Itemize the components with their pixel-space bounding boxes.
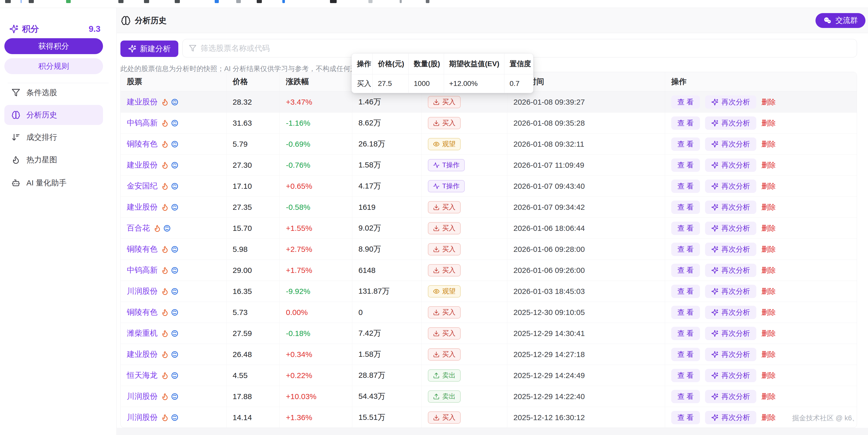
delete-button[interactable]: 删除 bbox=[762, 265, 776, 275]
reanalyze-button[interactable]: 再次分析 bbox=[705, 138, 756, 151]
stock-app-link-icon[interactable] bbox=[171, 372, 179, 379]
view-button[interactable]: 查 看 bbox=[671, 222, 700, 235]
reanalyze-button[interactable]: 再次分析 bbox=[705, 179, 756, 193]
sidebar-item-stock-screener[interactable]: 条件选股 bbox=[4, 83, 103, 102]
delete-button[interactable]: 删除 bbox=[762, 202, 776, 212]
reanalyze-button[interactable]: 再次分析 bbox=[705, 390, 756, 403]
reanalyze-button[interactable]: 再次分析 bbox=[705, 158, 756, 172]
stock-app-flame-icon[interactable] bbox=[161, 119, 169, 127]
stock-app-flame-icon[interactable] bbox=[161, 161, 169, 169]
stock-app-link-icon[interactable] bbox=[171, 329, 179, 337]
stock-app-flame-icon[interactable] bbox=[161, 182, 169, 190]
stock-app-link-icon[interactable] bbox=[171, 203, 179, 211]
stock-app-link-icon[interactable] bbox=[171, 245, 179, 253]
delete-button[interactable]: 删除 bbox=[762, 160, 776, 170]
stock-name-link[interactable]: 百合花 bbox=[127, 223, 150, 233]
stock-name-link[interactable]: 中钨高新 bbox=[127, 265, 158, 276]
stock-app-link-icon[interactable] bbox=[171, 182, 179, 190]
stock-name-link[interactable]: 建业股份 bbox=[127, 202, 158, 212]
stock-name-link[interactable]: 潍柴重机 bbox=[127, 328, 158, 339]
stock-app-link-icon[interactable] bbox=[171, 351, 179, 358]
new-analysis-button[interactable]: 新建分析 bbox=[120, 40, 178, 57]
stock-app-flame-icon[interactable] bbox=[161, 203, 169, 211]
stock-app-link-icon[interactable] bbox=[171, 414, 179, 422]
view-button[interactable]: 查 看 bbox=[671, 264, 700, 277]
delete-button[interactable]: 删除 bbox=[762, 97, 776, 107]
view-button[interactable]: 查 看 bbox=[671, 158, 700, 172]
reanalyze-button[interactable]: 再次分析 bbox=[705, 327, 756, 340]
stock-app-link-icon[interactable] bbox=[171, 98, 179, 106]
reanalyze-button[interactable]: 再次分析 bbox=[705, 243, 756, 256]
view-button[interactable]: 查 看 bbox=[671, 243, 700, 256]
earn-points-button[interactable]: 获得积分 bbox=[4, 38, 103, 54]
stock-name-link[interactable]: 铜陵有色 bbox=[127, 139, 158, 149]
view-button[interactable]: 查 看 bbox=[671, 138, 700, 151]
stock-app-link-icon[interactable] bbox=[171, 140, 179, 148]
stock-app-link-icon[interactable] bbox=[171, 119, 179, 127]
delete-button[interactable]: 删除 bbox=[762, 223, 776, 233]
view-button[interactable]: 查 看 bbox=[671, 95, 700, 109]
reanalyze-button[interactable]: 再次分析 bbox=[705, 264, 756, 277]
reanalyze-button[interactable]: 再次分析 bbox=[705, 95, 756, 109]
stock-app-link-icon[interactable] bbox=[171, 393, 179, 400]
view-button[interactable]: 查 看 bbox=[671, 179, 700, 193]
view-button[interactable]: 查 看 bbox=[671, 201, 700, 214]
stock-app-flame-icon[interactable] bbox=[161, 245, 169, 253]
chat-group-button[interactable]: 交流群 bbox=[815, 13, 865, 28]
stock-name-link[interactable]: 建业股份 bbox=[127, 160, 158, 170]
delete-button[interactable]: 删除 bbox=[762, 181, 776, 191]
view-button[interactable]: 查 看 bbox=[671, 327, 700, 340]
delete-button[interactable]: 删除 bbox=[762, 350, 776, 359]
stock-name-link[interactable]: 恒天海龙 bbox=[127, 370, 158, 381]
delete-button[interactable]: 删除 bbox=[762, 308, 776, 317]
stock-name-link[interactable]: 川润股份 bbox=[127, 286, 158, 296]
stock-app-flame-icon[interactable] bbox=[161, 329, 169, 337]
stock-name-link[interactable]: 建业股份 bbox=[127, 349, 158, 359]
reanalyze-button[interactable]: 再次分析 bbox=[705, 411, 756, 424]
stock-name-link[interactable]: 川润股份 bbox=[127, 412, 158, 423]
reanalyze-button[interactable]: 再次分析 bbox=[705, 222, 756, 235]
delete-button[interactable]: 删除 bbox=[762, 413, 776, 423]
reanalyze-button[interactable]: 再次分析 bbox=[705, 306, 756, 319]
view-button[interactable]: 查 看 bbox=[671, 348, 700, 361]
stock-app-flame-icon[interactable] bbox=[161, 393, 169, 400]
stock-name-link[interactable]: 铜陵有色 bbox=[127, 307, 158, 318]
stock-app-flame-icon[interactable] bbox=[161, 266, 169, 274]
stock-app-flame-icon[interactable] bbox=[161, 414, 169, 422]
sidebar-item-heat-map[interactable]: 热力星图 bbox=[4, 150, 103, 169]
stock-name-link[interactable]: 铜陵有色 bbox=[127, 244, 158, 255]
view-button[interactable]: 查 看 bbox=[671, 306, 700, 319]
stock-app-link-icon[interactable] bbox=[171, 288, 179, 295]
stock-app-flame-icon[interactable] bbox=[161, 140, 169, 148]
stock-app-flame-icon[interactable] bbox=[153, 225, 161, 232]
reanalyze-button[interactable]: 再次分析 bbox=[705, 285, 756, 298]
points-rules-button[interactable]: 积分规则 bbox=[4, 58, 103, 74]
stock-app-flame-icon[interactable] bbox=[161, 288, 169, 295]
view-button[interactable]: 查 看 bbox=[671, 285, 700, 298]
sidebar-item-ai-quant-assistant[interactable]: AI 量化助手 bbox=[4, 174, 103, 192]
view-button[interactable]: 查 看 bbox=[671, 411, 700, 424]
sidebar-item-analysis-history[interactable]: 分析历史 bbox=[4, 105, 103, 125]
delete-button[interactable]: 删除 bbox=[762, 392, 776, 401]
stock-app-flame-icon[interactable] bbox=[161, 372, 169, 379]
stock-app-flame-icon[interactable] bbox=[161, 351, 169, 358]
stock-app-link-icon[interactable] bbox=[171, 309, 179, 316]
reanalyze-button[interactable]: 再次分析 bbox=[705, 116, 756, 130]
stock-name-link[interactable]: 中钨高新 bbox=[127, 118, 158, 128]
search-input[interactable] bbox=[200, 44, 850, 53]
delete-button[interactable]: 删除 bbox=[762, 139, 776, 149]
view-button[interactable]: 查 看 bbox=[671, 116, 700, 130]
delete-button[interactable]: 删除 bbox=[762, 371, 776, 380]
stock-app-link-icon[interactable] bbox=[171, 266, 179, 274]
sidebar-item-volume-ranking[interactable]: 成交排行 bbox=[4, 128, 103, 146]
stock-app-link-icon[interactable] bbox=[163, 225, 171, 232]
view-button[interactable]: 查 看 bbox=[671, 390, 700, 403]
delete-button[interactable]: 删除 bbox=[762, 244, 776, 254]
delete-button[interactable]: 删除 bbox=[762, 118, 776, 128]
stock-name-link[interactable]: 川润股份 bbox=[127, 391, 158, 402]
stock-app-link-icon[interactable] bbox=[171, 161, 179, 169]
reanalyze-button[interactable]: 再次分析 bbox=[705, 201, 756, 214]
stock-app-flame-icon[interactable] bbox=[161, 98, 169, 106]
stock-name-link[interactable]: 金安国纪 bbox=[127, 181, 158, 191]
delete-button[interactable]: 删除 bbox=[762, 328, 776, 338]
